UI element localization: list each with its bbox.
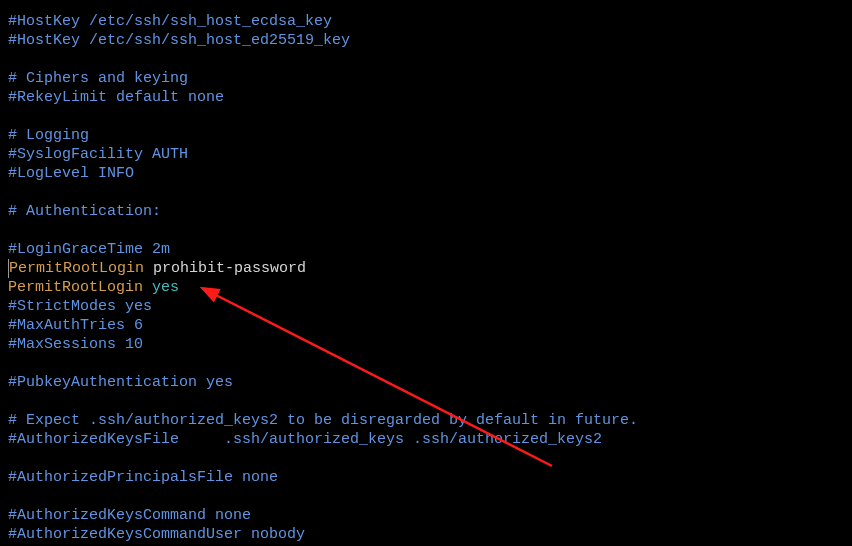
space bbox=[144, 260, 153, 277]
blank-line bbox=[8, 487, 844, 506]
blank-line bbox=[8, 354, 844, 373]
config-line: #MaxAuthTries 6 bbox=[8, 316, 844, 335]
editor-viewport[interactable]: #HostKey /etc/ssh/ssh_host_ecdsa_key #Ho… bbox=[8, 12, 844, 544]
config-line: # Authentication: bbox=[8, 202, 844, 221]
blank-line bbox=[8, 107, 844, 126]
directive-name: PermitRootLogin bbox=[8, 279, 143, 296]
blank-line bbox=[8, 183, 844, 202]
config-line: #AuthorizedKeysCommandUser nobody bbox=[8, 525, 844, 544]
config-line: #AuthorizedKeysCommand none bbox=[8, 506, 844, 525]
config-line: #SyslogFacility AUTH bbox=[8, 145, 844, 164]
blank-line bbox=[8, 449, 844, 468]
config-line: # Logging bbox=[8, 126, 844, 145]
config-line-permitrootlogin-commented: ​PermitRootLogin prohibit-password bbox=[8, 259, 844, 278]
config-line: # Expect .ssh/authorized_keys2 to be dis… bbox=[8, 411, 844, 430]
config-line: # Ciphers and keying bbox=[8, 69, 844, 88]
config-line: #AuthorizedKeysFile .ssh/authorized_keys… bbox=[8, 430, 844, 449]
directive-name: PermitRootLogin bbox=[9, 260, 144, 277]
directive-value: yes bbox=[152, 279, 179, 296]
config-line: #HostKey /etc/ssh/ssh_host_ecdsa_key bbox=[8, 12, 844, 31]
blank-line bbox=[8, 50, 844, 69]
config-line: #PubkeyAuthentication yes bbox=[8, 373, 844, 392]
blank-line bbox=[8, 392, 844, 411]
config-line: #MaxSessions 10 bbox=[8, 335, 844, 354]
config-line: #StrictModes yes bbox=[8, 297, 844, 316]
blank-line bbox=[8, 221, 844, 240]
config-line: #AuthorizedPrincipalsFile none bbox=[8, 468, 844, 487]
config-line: #LoginGraceTime 2m bbox=[8, 240, 844, 259]
config-line: #RekeyLimit default none bbox=[8, 88, 844, 107]
config-line-permitrootlogin-active: PermitRootLogin yes bbox=[8, 278, 844, 297]
space bbox=[143, 279, 152, 296]
config-line: #HostKey /etc/ssh/ssh_host_ed25519_key bbox=[8, 31, 844, 50]
config-line: #LogLevel INFO bbox=[8, 164, 844, 183]
directive-value: prohibit-password bbox=[153, 260, 306, 277]
